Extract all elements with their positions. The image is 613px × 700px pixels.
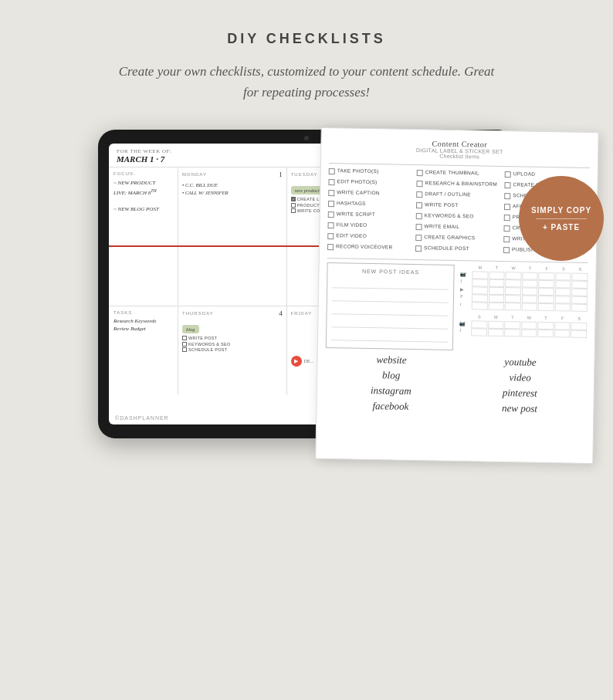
check-create-graphics: CREATE GRAPHICS [415,234,500,242]
new-post-ideas: NEW POST IDEAS [326,262,455,350]
check-hashtags: HASHTAGS [328,200,413,208]
checkbox [415,235,422,241]
checkbox [415,245,422,252]
checkbox [328,201,334,207]
thursday-header: THURSDAY 4 [182,309,283,317]
new-post-box: NEW POST IDEAS [326,262,455,350]
branding-label: ©DASHPLANNER [115,415,169,421]
checkbox [416,191,422,198]
checkbox [328,190,334,196]
tablet-camera [304,136,309,140]
checkbox [505,171,511,178]
check-keywords: KEYWORDS & SEO [416,212,501,221]
cal-cell [571,304,588,312]
callout-line2: + PASTE [543,222,580,232]
cal-cell [571,330,587,338]
check-write-post: WRITE POST [416,201,501,210]
checkbox [327,244,334,250]
tuesday-event: new product [291,186,323,194]
callout-bubble: SIMPLY COPY + PASTE [519,176,604,261]
check-record-voiceover: RECORD VOICEOVER [327,243,412,252]
check-write-script: WRITE SCRIPT [328,211,413,219]
checkbox-thu-3 [182,347,187,352]
sticker-pinterest: pinterest [457,386,583,401]
checkbox [504,215,510,221]
monday-col: MONDAY 1 • C.C. BILL DUE• CALL W/ JENNIF… [178,167,287,306]
page-title: DIY CHECKLISTS [227,31,386,47]
monday-num: 1 [279,171,283,178]
callout-line1: SIMPLY COPY [531,205,591,215]
thursday-event: blog [182,325,199,333]
sticker-facebook: facebook [327,399,453,414]
monday-notes: • C.C. BILL DUE• CALL W/ JENNIFER [182,181,283,197]
friday-name: FRIDAY [291,311,313,316]
checklist-header: Content Creator DIGITAL LABEL & STICKER … [329,137,590,161]
checkbox [329,168,335,174]
thursday-task-1: WRITE POST [182,336,283,340]
week-info: FOR THE WEEK OF: MARCH 1 · 7 [117,148,171,164]
tasks-column: TASKS Research Keywords Review Budget [109,306,178,395]
sticker-labels: website youtube blog video instagram pin… [324,353,586,416]
de-label: DE... [304,359,314,364]
check-draft: DRAFT / OUTLINE [416,191,501,199]
check-schedule-post: SCHEDULE POST [415,245,500,253]
tuesday-name: TUESDAY [291,172,318,177]
cal-cell [521,330,537,337]
cal-cell [472,303,488,310]
monday-header: MONDAY 1 [182,171,283,178]
week-label: FOR THE WEEK OF: [117,148,171,154]
sticker-new-post: new post [456,401,582,416]
checklist-bottom: NEW POST IDEAS M T W T [326,262,588,353]
checklist-col2: CREATE THUMBNAIL RESEARCH & BRAINSTORM D… [415,169,502,257]
task-1: Research Keywords [113,318,173,324]
device-area: FOR THE WEEK OF: MARCH 1 · 7 Weekly Plan… [17,130,596,438]
sticker-website: website [328,353,454,367]
check-take-photo: TAKE PHOTO(S) [329,167,414,176]
thursday-name: THURSDAY [182,311,214,316]
post-line-1 [332,278,449,291]
cal-row2-2: f [459,328,587,338]
cal-cell [555,304,571,312]
cal-cell [505,303,521,310]
cal-icon-2 [459,314,470,319]
check-edit-video: EDIT VIDEO [327,232,412,241]
thursday-col: THURSDAY 4 blog WRITE POST KEYWORDS & SE… [178,306,287,395]
focus-label: FOCUS: [113,171,173,176]
sticker-instagram: instagram [328,384,454,398]
checkbox [416,213,422,219]
checkbox-2 [291,203,296,208]
checkbox [504,204,510,210]
monday-name: MONDAY [182,172,207,177]
week-dates: MARCH 1 · 7 [117,154,171,164]
checkbox [328,179,334,185]
cal-cell [504,329,520,336]
checkbox-thu-2 [182,342,187,347]
cal-icon-1 [461,265,472,269]
checkbox [504,182,510,188]
new-post-title: NEW POST IDEAS [332,269,449,276]
check-write-caption: WRITE CAPTION [328,189,413,198]
cal-row-5: t [460,302,588,312]
checkbox-1: ✓ [291,197,296,201]
checkbox [503,236,510,242]
thursday-task-2: KEYWORDS & SEO [182,342,283,347]
focus-column: FOCUS: ~ NEW PRODUCTLIVE: MARCH 8TH~ NEW… [109,167,178,306]
checkbox [327,222,334,228]
checkbox-3 [291,208,296,213]
checkbox [327,233,334,239]
sticker-youtube: youtube [457,355,583,370]
checkbox [503,225,510,232]
mini-calendar-2: S M T W T F S 📷 [459,314,587,338]
check-edit-photo: EDIT PHOTO(S) [328,178,413,187]
fb2-icon: f [459,328,470,336]
calendar-sticker-area: M T W T F S S 📷 [459,265,588,353]
thursday-num: 4 [279,309,283,317]
checkbox-thu-1 [182,336,187,340]
post-line-3 [332,304,449,317]
checkbox [504,193,510,199]
callout-divider [536,218,587,219]
checkbox [416,202,422,208]
mini-calendar-1: M T W T F S S 📷 [460,265,588,312]
cal-cell [554,330,571,338]
check-write-email: WRITE EMAIL [415,223,500,232]
